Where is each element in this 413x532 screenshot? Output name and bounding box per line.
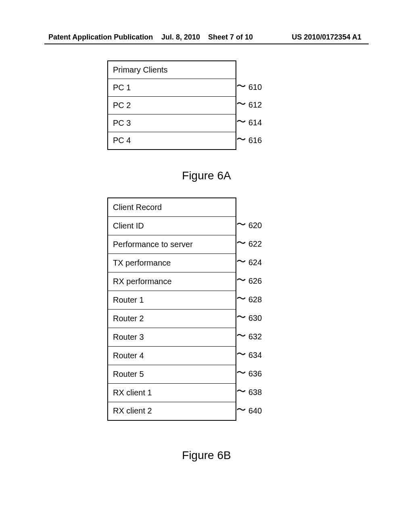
header-mid: Jul. 8, 2010 Sheet 7 of 10 bbox=[161, 33, 253, 42]
lead-line-icon: 〜 bbox=[236, 117, 246, 127]
page-header: Patent Application Publication Jul. 8, 2… bbox=[0, 33, 413, 42]
figure-6b-caption: Figure 6B bbox=[0, 449, 413, 462]
lead-line-icon: 〜 bbox=[236, 294, 246, 303]
table-row: Router 5 bbox=[108, 365, 236, 383]
table-row: RX client 1 bbox=[108, 383, 236, 402]
lead-line-icon: 〜 bbox=[236, 331, 246, 341]
ref-label: 〜626 bbox=[236, 272, 262, 290]
table-row: Router 2 bbox=[108, 309, 236, 328]
figure-6a-caption: Figure 6A bbox=[0, 169, 413, 182]
header-date: Jul. 8, 2010 bbox=[161, 33, 200, 41]
lead-line-icon: 〜 bbox=[236, 81, 246, 91]
primary-clients-table: Primary Clients PC 1 PC 2 PC 3 PC 4 bbox=[107, 60, 236, 150]
ref-label: 〜622 bbox=[236, 235, 262, 253]
table-row: Router 4 bbox=[108, 346, 236, 365]
lead-line-icon: 〜 bbox=[236, 312, 246, 322]
lead-line-icon: 〜 bbox=[236, 220, 246, 229]
ref-label: 〜628 bbox=[236, 290, 262, 309]
lead-line-icon: 〜 bbox=[236, 349, 246, 359]
table-row: Router 3 bbox=[108, 328, 236, 346]
table-row: PC 1 bbox=[108, 79, 236, 96]
ref-label: 〜640 bbox=[236, 401, 262, 420]
ref-label: 〜630 bbox=[236, 309, 262, 327]
lead-line-icon: 〜 bbox=[236, 405, 246, 415]
table-row: RX performance bbox=[108, 272, 236, 291]
header-left: Patent Application Publication bbox=[48, 33, 153, 41]
table-row: PC 2 bbox=[108, 96, 236, 114]
client-record-table: Client Record Client ID Performance to s… bbox=[107, 197, 236, 421]
ref-label: 〜636 bbox=[236, 364, 262, 383]
header-sheet: Sheet 7 of 10 bbox=[208, 33, 253, 41]
ref-column-6a: 〜610 〜612 〜614 〜616 bbox=[236, 78, 262, 149]
figure-6a-group: Primary Clients PC 1 PC 2 PC 3 PC 4 〜610… bbox=[0, 60, 413, 182]
header-divider bbox=[44, 44, 369, 44]
ref-label: 〜620 bbox=[236, 216, 262, 235]
ref-label: 〜624 bbox=[236, 253, 262, 272]
table-title: Primary Clients bbox=[108, 61, 236, 79]
ref-label: 〜614 bbox=[236, 114, 262, 131]
lead-line-icon: 〜 bbox=[236, 387, 246, 396]
table-row: Client ID bbox=[108, 216, 236, 235]
table-row: PC 3 bbox=[108, 114, 236, 132]
lead-line-icon: 〜 bbox=[236, 99, 246, 109]
lead-line-icon: 〜 bbox=[236, 238, 246, 248]
figure-6a-table-wrap: Primary Clients PC 1 PC 2 PC 3 PC 4 〜610… bbox=[107, 60, 413, 150]
table-title: Client Record bbox=[108, 198, 236, 216]
ref-label: 〜616 bbox=[236, 131, 262, 149]
lead-line-icon: 〜 bbox=[236, 368, 246, 378]
table-row: Performance to server bbox=[108, 235, 236, 254]
header-right: US 2010/0172354 A1 bbox=[292, 33, 361, 42]
ref-label: 〜612 bbox=[236, 96, 262, 114]
table-row: TX performance bbox=[108, 254, 236, 272]
ref-label: 〜610 bbox=[236, 78, 262, 96]
ref-label: 〜638 bbox=[236, 383, 262, 401]
ref-label: 〜632 bbox=[236, 327, 262, 346]
ref-column-6b: 〜620 〜622 〜624 〜626 〜628 〜630 〜632 〜634 … bbox=[236, 216, 262, 420]
ref-label: 〜634 bbox=[236, 346, 262, 364]
figure-6b-table-wrap: Client Record Client ID Performance to s… bbox=[107, 197, 413, 421]
table-row: RX client 2 bbox=[108, 402, 236, 420]
figure-6b-group: Client Record Client ID Performance to s… bbox=[0, 197, 413, 462]
lead-line-icon: 〜 bbox=[236, 135, 246, 144]
table-row: Router 1 bbox=[108, 291, 236, 309]
lead-line-icon: 〜 bbox=[236, 257, 246, 266]
table-row: PC 4 bbox=[108, 132, 236, 150]
lead-line-icon: 〜 bbox=[236, 275, 246, 285]
